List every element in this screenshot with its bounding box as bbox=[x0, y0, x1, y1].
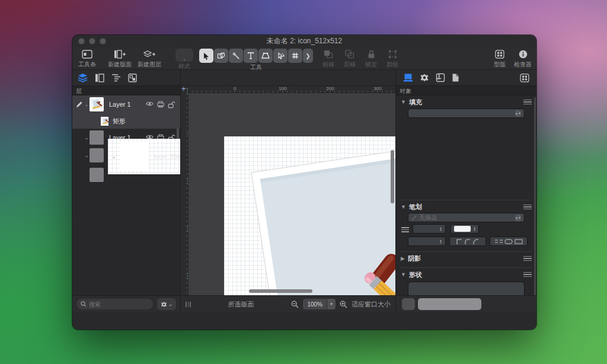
artboard-icon-512[interactable] bbox=[224, 136, 395, 295]
dash-icon bbox=[495, 239, 503, 244]
inspector-grid-icon[interactable] bbox=[520, 74, 529, 82]
vector-tool[interactable] bbox=[258, 49, 273, 63]
layer-options-button[interactable]: ⌄ bbox=[157, 298, 176, 310]
stroke-type-dropdown[interactable]: 无描边 ▲▼ bbox=[408, 213, 525, 222]
layer-row-partial[interactable]: ⌄ bbox=[72, 164, 180, 182]
shadow-section-header[interactable]: ▶ 阴影 bbox=[401, 254, 532, 263]
no-stroke-icon bbox=[411, 215, 417, 221]
inspector-button[interactable]: 检查器 bbox=[514, 49, 532, 69]
expand-chevron-icon[interactable]: ⌄ bbox=[84, 101, 90, 107]
right-panel-tabs bbox=[396, 70, 536, 85]
layer-row-shape[interactable]: 矩形 bbox=[72, 113, 180, 129]
toolbar: 工具条 新建版面 新建图层 ⌄ 样式 bbox=[72, 47, 536, 69]
panel-drag-handle[interactable] bbox=[186, 302, 191, 307]
unlock-icon[interactable] bbox=[168, 101, 175, 108]
stroke-lines-icon[interactable] bbox=[401, 226, 409, 234]
inspector-small-button[interactable] bbox=[402, 298, 415, 310]
tab-outline[interactable] bbox=[111, 74, 121, 82]
stroke-cap-buttons[interactable] bbox=[490, 237, 528, 246]
section-divider bbox=[401, 267, 532, 268]
search-input[interactable] bbox=[89, 301, 149, 308]
layer-thumbnail bbox=[90, 168, 104, 182]
horizontal-ruler: 0100200300 bbox=[189, 86, 395, 93]
zoom-in-button[interactable] bbox=[340, 301, 347, 308]
canvas-viewport[interactable] bbox=[189, 93, 395, 295]
inspector-wide-button[interactable] bbox=[418, 298, 481, 310]
search-icon bbox=[81, 301, 87, 307]
node-select-tool[interactable] bbox=[273, 49, 287, 63]
tab-artboards[interactable] bbox=[95, 74, 104, 82]
stroke-section-header[interactable]: ▼ 笔划 bbox=[401, 202, 532, 212]
expand-chevron-icon[interactable]: ⌄ bbox=[84, 135, 90, 141]
close-button[interactable] bbox=[78, 38, 85, 44]
group-button[interactable]: 群组 bbox=[386, 49, 398, 69]
grid-tool[interactable] bbox=[288, 49, 302, 63]
fit-window-button[interactable]: 适应窗口大小 bbox=[352, 300, 391, 309]
new-layer-button[interactable]: 新建图层 bbox=[138, 49, 161, 69]
stroke-menu-icon[interactable] bbox=[523, 205, 532, 210]
shape-list-box[interactable] bbox=[408, 282, 525, 295]
layer-row[interactable]: ⌄ Layer 1 bbox=[72, 95, 180, 113]
inspector-scrollbar[interactable] bbox=[534, 97, 536, 295]
stroke-color-well[interactable]: ▲▼ bbox=[451, 224, 479, 234]
stepper-icon: ▲▼ bbox=[515, 215, 521, 221]
text-tool[interactable] bbox=[244, 49, 258, 63]
stroke-color-swatch bbox=[454, 226, 471, 232]
minimize-button[interactable] bbox=[89, 38, 95, 44]
toolbox-button[interactable]: 工具条 bbox=[78, 49, 96, 69]
shape-tool[interactable] bbox=[214, 49, 228, 63]
tab-document[interactable] bbox=[452, 73, 459, 82]
fill-section-header[interactable]: ▼ 填充 bbox=[401, 97, 532, 107]
canvas-top-strip bbox=[181, 70, 396, 85]
stepper-icon: ▲▼ bbox=[472, 226, 477, 231]
expand-chevron-icon[interactable]: ⌄ bbox=[84, 152, 90, 158]
stroke-width-stepper[interactable]: ▲▼ bbox=[413, 224, 446, 234]
bevel-join-icon bbox=[473, 238, 480, 245]
bring-forward-icon bbox=[324, 49, 333, 60]
ruler-label: 0 bbox=[234, 86, 236, 91]
template-button[interactable]: 型版 bbox=[494, 49, 506, 69]
tab-export[interactable] bbox=[128, 74, 137, 82]
inspector-content: ▼ 填充 ▲▼ ▼ 笔划 无描边 ▲▼ bbox=[396, 95, 536, 295]
tab-layers[interactable] bbox=[78, 73, 88, 82]
fill-type-dropdown[interactable]: ▲▼ bbox=[408, 108, 525, 118]
window-title: 未命名 2: icon_512x512 bbox=[72, 36, 536, 46]
fill-menu-icon[interactable] bbox=[523, 100, 532, 105]
tab-artboard-settings[interactable] bbox=[436, 73, 445, 82]
stroke-position-dropdown[interactable]: ▲▼ bbox=[408, 237, 446, 246]
shape-menu-icon[interactable] bbox=[523, 272, 532, 277]
app-window: 未命名 2: icon_512x512 工具条 新建版面 新建图层 ⌄ 样式 bbox=[72, 35, 536, 330]
tab-settings[interactable] bbox=[420, 73, 429, 82]
visibility-eye-icon[interactable] bbox=[146, 101, 154, 108]
lock-button[interactable]: 锁定 bbox=[365, 49, 377, 69]
print-export-icon[interactable] bbox=[157, 101, 164, 108]
zoom-out-button[interactable] bbox=[291, 301, 299, 308]
zoom-stepper[interactable]: ▾ bbox=[327, 299, 336, 309]
selected-artboard-label[interactable]: 所选版面 bbox=[228, 300, 254, 309]
sidebar-toggle-icon bbox=[82, 49, 92, 60]
style-well: ⌄ bbox=[175, 49, 193, 62]
select-tool[interactable] bbox=[199, 49, 213, 63]
ruler-label: 300 bbox=[373, 86, 381, 91]
pen-tool[interactable] bbox=[229, 49, 243, 63]
zoom-button[interactable] bbox=[100, 38, 106, 44]
expand-chevron-icon[interactable]: ⌄ bbox=[111, 154, 117, 159]
new-artboard-button[interactable]: 新建版面 bbox=[108, 49, 132, 69]
zoom-level-field[interactable]: 100% bbox=[303, 299, 327, 309]
canvas-statusbar: 所选版面 100% ▾ 适应窗口大小 bbox=[181, 295, 395, 312]
chevron-down-icon: ▼ bbox=[401, 204, 406, 210]
more-tools-button[interactable]: ❯ bbox=[303, 49, 313, 63]
tab-object[interactable] bbox=[403, 73, 413, 82]
stroke-join-buttons[interactable] bbox=[449, 237, 486, 246]
vertical-scrollbar[interactable] bbox=[391, 150, 394, 203]
horizontal-scrollbar[interactable] bbox=[249, 289, 312, 293]
send-backward-button[interactable]: 后移 bbox=[344, 49, 356, 69]
search-box[interactable] bbox=[76, 299, 153, 309]
info-icon bbox=[519, 49, 528, 60]
round-cap-icon bbox=[504, 239, 513, 244]
style-button[interactable]: ⌄ 样式 bbox=[175, 49, 193, 71]
shadow-menu-icon[interactable] bbox=[523, 256, 532, 261]
bring-forward-button[interactable]: 前移 bbox=[322, 49, 334, 69]
shape-thumbnail bbox=[101, 117, 108, 126]
shape-section-header[interactable]: ▼ 形状 bbox=[401, 270, 532, 279]
